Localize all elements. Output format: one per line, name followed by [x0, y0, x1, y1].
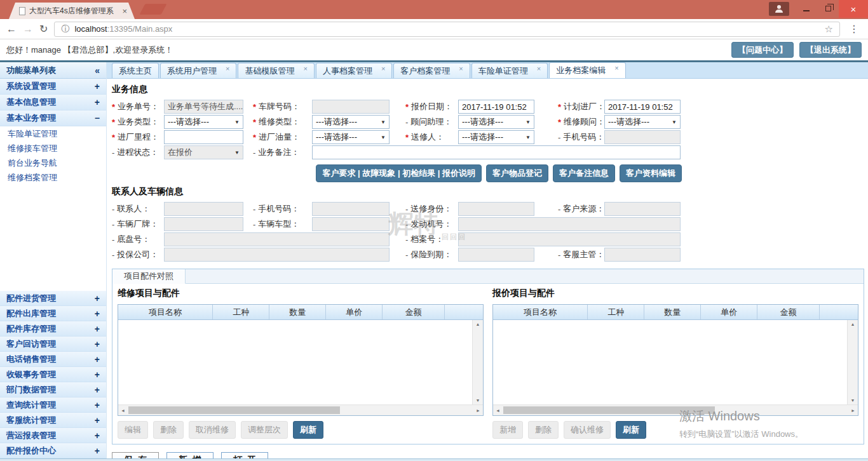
- action-button[interactable]: 客户资料编辑: [620, 164, 682, 182]
- content-tab[interactable]: 车险单证管理×: [471, 63, 548, 78]
- tab-close-icon[interactable]: ×: [226, 65, 229, 72]
- action-button[interactable]: 客户备注信息: [553, 164, 615, 182]
- refresh-button[interactable]: 刷新: [616, 421, 646, 439]
- field-value: 2017-11-19 01:52: [462, 102, 527, 112]
- sidebar-subitem[interactable]: 车险单证管理: [0, 126, 106, 141]
- sidebar-subitem[interactable]: 前台业务导航: [0, 156, 106, 170]
- sidebar-group[interactable]: 配件出库管理+: [0, 306, 106, 321]
- bookmark-star-icon[interactable]: ☆: [825, 23, 833, 35]
- sidebar-subitem[interactable]: 维修档案管理: [0, 170, 106, 185]
- tab-close-icon[interactable]: ×: [614, 64, 618, 72]
- content-tab[interactable]: 客户档案管理×: [393, 63, 470, 78]
- sidebar-group[interactable]: 营运报表管理+: [0, 428, 106, 443]
- select-field[interactable]: ---请选择---▼: [312, 130, 390, 144]
- issue-center-button[interactable]: 【问题中心】: [731, 42, 794, 58]
- text-input[interactable]: [312, 145, 681, 159]
- content-tab[interactable]: 系统主页: [112, 63, 159, 78]
- select-field[interactable]: ---请选择---▼: [312, 115, 390, 129]
- info-icon[interactable]: ⓘ: [61, 23, 69, 35]
- tab-close-icon[interactable]: ×: [381, 65, 385, 72]
- scroll-left-icon[interactable]: ◄: [496, 408, 500, 413]
- sidebar-group[interactable]: 基本信息管理+: [0, 95, 106, 110]
- tab-close-icon[interactable]: ×: [303, 65, 307, 72]
- sidebar-subitem[interactable]: 维修接车管理: [0, 141, 106, 156]
- table-title: 报价项目与配件: [492, 288, 858, 299]
- select-field[interactable]: ---请选择---▼: [604, 115, 681, 129]
- minimize-button[interactable]: [796, 0, 817, 17]
- profile-button[interactable]: [769, 2, 789, 16]
- vertical-scrollbar[interactable]: ▲▼: [472, 320, 483, 404]
- maximize-button[interactable]: [817, 0, 839, 17]
- sidebar-group[interactable]: 客户回访管理+: [0, 337, 106, 352]
- field-label-text: 进厂油量：: [259, 131, 300, 143]
- sidebar-group[interactable]: 部门数据管理+: [0, 382, 106, 398]
- horizontal-scrollbar[interactable]: ◄►: [493, 404, 858, 415]
- field-label-text: 客户来源：: [563, 203, 604, 215]
- scroll-up-icon[interactable]: ▲: [476, 322, 480, 326]
- collapse-icon[interactable]: «: [95, 65, 100, 76]
- tab-close-icon[interactable]: ×: [122, 6, 127, 16]
- browser-titlebar: 大型汽车4s店维修管理系 × ×: [0, 0, 868, 19]
- refresh-button[interactable]: 刷新: [293, 421, 323, 439]
- back-icon[interactable]: ←: [6, 23, 17, 35]
- address-bar[interactable]: ⓘ localhost:13395/Main.aspx ☆: [54, 22, 840, 37]
- person-icon: [777, 5, 781, 9]
- save-button[interactable]: 保 存: [112, 452, 159, 458]
- sidebar-group[interactable]: 电话销售管理+: [0, 352, 106, 367]
- table-body: ▲▼: [493, 320, 858, 404]
- field-label-text: 车牌号码：: [259, 101, 300, 112]
- logout-button[interactable]: 【退出系统】: [799, 42, 862, 58]
- sidebar-group[interactable]: 基本业务管理−: [0, 110, 106, 126]
- field-label-text: 送修身份：: [410, 203, 452, 215]
- sidebar-group[interactable]: 配件报价中心+: [0, 443, 106, 458]
- plus-icon: +: [95, 446, 100, 456]
- tab-close-icon[interactable]: ×: [459, 65, 463, 72]
- sidebar-group[interactable]: 查询统计管理+: [0, 398, 106, 413]
- chevron-down-icon: ▼: [526, 135, 531, 140]
- forward-icon[interactable]: →: [23, 23, 33, 35]
- sidebar-group-label: 收银事务管理: [6, 369, 56, 380]
- sidebar-group[interactable]: 配件库存管理+: [0, 321, 106, 337]
- text-input[interactable]: 2017-11-19 01:52: [458, 100, 534, 114]
- open-button[interactable]: 打 开: [221, 452, 268, 458]
- scroll-up-icon[interactable]: ▲: [851, 322, 855, 326]
- content-tab[interactable]: 业务档案编辑×: [549, 62, 625, 78]
- tab-close-icon[interactable]: ×: [537, 65, 541, 72]
- content-tab[interactable]: 系统用户管理×: [160, 63, 236, 78]
- scrollbar-thumb[interactable]: [503, 406, 715, 414]
- select-field[interactable]: ---请选择---▼: [458, 130, 534, 144]
- sidebar-group[interactable]: 客服统计管理+: [0, 413, 106, 428]
- close-window-button[interactable]: ×: [839, 0, 868, 18]
- content-tab[interactable]: 人事档案管理×: [316, 63, 392, 78]
- new-button[interactable]: 新 增: [166, 452, 214, 458]
- horizontal-scrollbar[interactable]: ◄►: [118, 404, 483, 415]
- vertical-scrollbar[interactable]: ▲▼: [847, 320, 858, 404]
- field-value: ---请选择---: [608, 116, 649, 128]
- scroll-left-icon[interactable]: ◄: [121, 408, 125, 413]
- scroll-right-icon[interactable]: ►: [851, 408, 855, 413]
- scroll-down-icon[interactable]: ▼: [476, 398, 480, 403]
- action-button[interactable]: 客户要求 | 故障现象 | 初检结果 | 报价说明: [316, 164, 482, 182]
- select-field[interactable]: ---请选择---▼: [458, 115, 534, 129]
- sidebar-group[interactable]: 配件进货管理+: [0, 291, 106, 306]
- table-column-header: 金额: [383, 305, 445, 319]
- plus-icon: +: [95, 431, 100, 441]
- optional-mark: -: [405, 220, 408, 229]
- new-tab-button[interactable]: [139, 4, 166, 15]
- scrollbar-thumb[interactable]: [128, 406, 340, 414]
- text-input[interactable]: 2017-11-19 01:52: [604, 100, 681, 114]
- browser-menu-icon[interactable]: ⋮: [846, 23, 862, 35]
- select-field[interactable]: ---请选择---▼: [164, 115, 243, 129]
- scroll-down-icon[interactable]: ▼: [851, 398, 855, 403]
- scroll-right-icon[interactable]: ►: [476, 408, 480, 413]
- optional-mark: -: [405, 204, 408, 214]
- panel-tab-items-compare[interactable]: 项目配件对照: [112, 269, 186, 284]
- sidebar-group-label: 配件出库管理: [6, 308, 56, 319]
- content-tab[interactable]: 基础模版管理×: [238, 63, 314, 78]
- action-button[interactable]: 客户物品登记: [486, 164, 548, 182]
- text-input[interactable]: [164, 130, 243, 144]
- sidebar-group[interactable]: 系统设置管理+: [0, 79, 106, 95]
- reload-icon[interactable]: ↻: [39, 23, 48, 35]
- browser-tab[interactable]: 大型汽车4s店维修管理系 ×: [9, 3, 135, 19]
- sidebar-group[interactable]: 收银事务管理+: [0, 367, 106, 382]
